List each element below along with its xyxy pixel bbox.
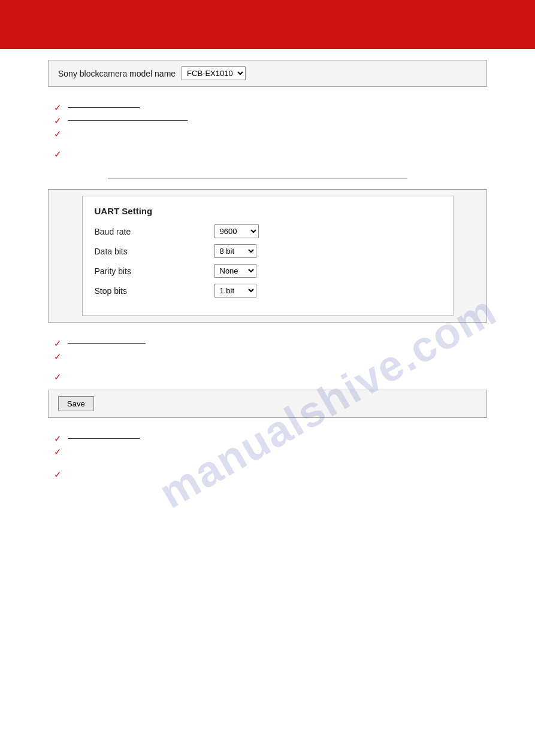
check-item: ✓ xyxy=(48,149,487,160)
check-item: ✓ xyxy=(48,351,487,362)
checkmark-icon: ✓ xyxy=(54,129,62,139)
check-item: ✓ xyxy=(48,469,487,480)
checkmark-icon: ✓ xyxy=(54,433,62,444)
model-name-select[interactable]: FCB-EX1010 FCB-EX1020 FCB-IX11A xyxy=(182,66,246,80)
model-name-label: Sony blockcamera model name xyxy=(58,69,176,78)
model-name-section: Sony blockcamera model name FCB-EX1010 F… xyxy=(48,60,487,87)
parity-bits-select[interactable]: None Even Odd xyxy=(214,264,256,278)
check-item: ✓ xyxy=(48,447,487,457)
checklist-section2: ✓ ✓ ✓ xyxy=(48,333,487,390)
checkmark-icon: ✓ xyxy=(54,469,62,480)
data-bits-row: Data bits 8 bit 7 bit xyxy=(95,244,441,258)
save-section: Save xyxy=(48,390,487,418)
stop-bits-select[interactable]: 1 bit 2 bit xyxy=(214,284,256,297)
checklist-section3: ✓ ✓ ✓ xyxy=(48,429,487,487)
check-item: ✓ xyxy=(48,338,487,349)
data-bits-select[interactable]: 8 bit 7 bit xyxy=(214,244,256,258)
checkmark-icon: ✓ xyxy=(54,447,62,457)
check-item: ✓ xyxy=(48,129,487,139)
checkmark-icon: ✓ xyxy=(54,372,62,382)
checklist-section1: ✓ ✓ ✓ ✓ xyxy=(48,98,487,167)
horizontal-rule xyxy=(108,178,407,178)
uart-outer-section: UART Setting Baud rate 9600 19200 38400 … xyxy=(48,189,487,323)
checkmark-icon: ✓ xyxy=(54,149,62,160)
header-bar xyxy=(0,0,535,49)
check-item: ✓ xyxy=(48,102,487,113)
line-decoration xyxy=(68,343,146,344)
check-item: ✓ xyxy=(48,116,487,126)
check-item: ✓ xyxy=(48,372,487,382)
baud-rate-row: Baud rate 9600 19200 38400 57600 115200 xyxy=(95,224,441,238)
save-button[interactable]: Save xyxy=(58,396,94,411)
stop-bits-row: Stop bits 1 bit 2 bit xyxy=(95,284,441,297)
checkmark-icon: ✓ xyxy=(54,102,62,113)
check-item: ✓ xyxy=(48,433,487,444)
baud-rate-label: Baud rate xyxy=(95,227,214,236)
data-bits-label: Data bits xyxy=(95,247,214,256)
baud-rate-select[interactable]: 9600 19200 38400 57600 115200 xyxy=(214,224,259,238)
line-decoration xyxy=(68,107,140,108)
parity-bits-row: Parity bits None Even Odd xyxy=(95,264,441,278)
checkmark-icon: ✓ xyxy=(54,116,62,126)
parity-bits-label: Parity bits xyxy=(95,266,214,276)
line-decoration xyxy=(68,120,188,121)
line-decoration xyxy=(68,438,140,439)
uart-title: UART Setting xyxy=(95,206,441,216)
checkmark-icon: ✓ xyxy=(54,351,62,362)
stop-bits-label: Stop bits xyxy=(95,286,214,296)
checkmark-icon: ✓ xyxy=(54,338,62,349)
uart-box: UART Setting Baud rate 9600 19200 38400 … xyxy=(82,196,454,316)
